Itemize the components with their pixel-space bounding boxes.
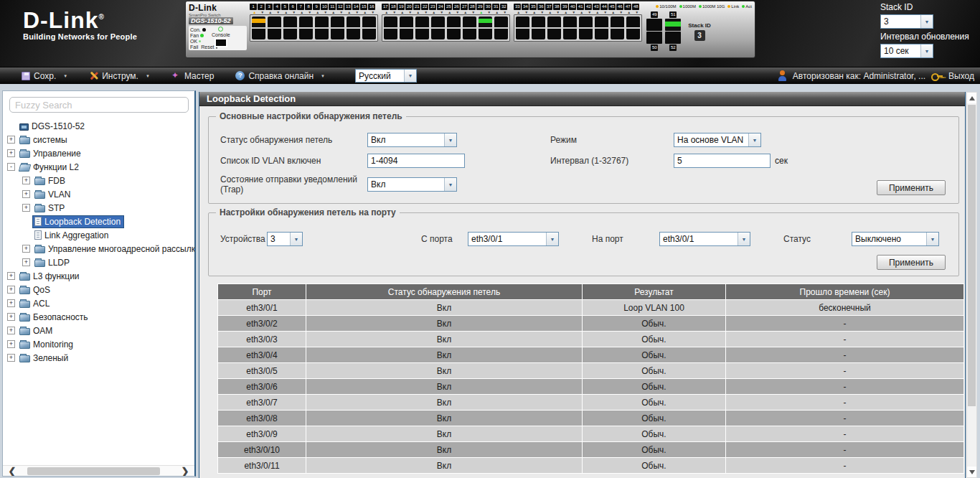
tree-item[interactable]: +FDB (3, 174, 194, 187)
expand-icon[interactable]: + (7, 286, 15, 294)
unit-select[interactable]: 3 (267, 232, 303, 246)
tree-item[interactable]: +STP (3, 201, 194, 215)
port-11[interactable] (331, 17, 344, 27)
tree-item[interactable]: +Monitoring (3, 337, 194, 351)
port-34[interactable] (516, 29, 529, 39)
port-5[interactable] (283, 17, 297, 27)
port-18[interactable] (384, 29, 397, 39)
tree-item[interactable]: +LLDP (3, 256, 194, 269)
port-6[interactable] (283, 29, 297, 39)
refresh-interval-select[interactable]: 10 сек (880, 44, 933, 58)
tree-node[interactable]: Управление (18, 148, 84, 159)
tree-item[interactable]: +системы (3, 133, 194, 146)
general-apply-button[interactable]: Применить (877, 180, 946, 195)
tree-item[interactable]: Link Aggregation (3, 228, 194, 242)
tree-node[interactable]: QoS (18, 284, 53, 296)
port-51[interactable] (665, 19, 681, 31)
port-39[interactable] (563, 17, 577, 27)
port-29[interactable] (479, 17, 492, 27)
tree-item[interactable]: +L3 функции (3, 269, 194, 283)
expand-icon[interactable]: + (7, 149, 15, 157)
tree-node[interactable]: Monitoring (18, 339, 76, 350)
port-3[interactable] (268, 17, 281, 27)
port-8[interactable] (299, 29, 313, 39)
port-20[interactable] (400, 29, 413, 39)
table-row[interactable]: eth3/0/5ВклОбыч.- (218, 363, 964, 379)
table-row[interactable]: eth3/0/9ВклОбыч.- (218, 426, 964, 442)
tree-node[interactable]: Управление многоадресной рассылкой L2 (33, 243, 194, 255)
port-12[interactable] (331, 29, 344, 39)
tree-node[interactable]: OAM (18, 325, 55, 337)
tree-node[interactable]: STP (33, 202, 67, 214)
tree-item[interactable]: DGS-1510-52 (3, 119, 194, 133)
online-help-menu[interactable]: Справка онлайн (235, 71, 325, 81)
tree-node[interactable]: LLDP (33, 257, 72, 268)
table-row[interactable]: eth3/0/2ВклОбыч.- (218, 316, 964, 332)
port-35[interactable] (532, 17, 545, 27)
tree-node[interactable]: DGS-1510-52 (18, 121, 88, 132)
port-43[interactable] (595, 17, 608, 27)
language-select[interactable]: Русский (355, 69, 417, 83)
port-10[interactable] (315, 29, 329, 39)
expand-icon[interactable]: + (7, 327, 15, 334)
port-41[interactable] (579, 17, 593, 27)
expand-icon[interactable]: + (7, 299, 15, 307)
logout-button[interactable]: Выход (948, 71, 974, 81)
port-25[interactable] (447, 17, 461, 27)
port-1[interactable] (252, 17, 265, 27)
wizard-menu[interactable]: Мастер (171, 71, 215, 81)
stack-id-select[interactable]: 3 (880, 14, 933, 29)
tree-item[interactable]: +QoS (3, 283, 194, 296)
port-37[interactable] (547, 17, 561, 27)
port-21[interactable] (415, 17, 429, 27)
table-row[interactable]: eth3/0/1ВклLoop VLAN 100бесконечный (218, 300, 964, 316)
port-36[interactable] (532, 29, 545, 39)
port-13[interactable] (347, 17, 360, 27)
scroll-left-icon[interactable] (3, 467, 22, 476)
expand-icon[interactable]: + (22, 204, 30, 212)
port-47[interactable] (626, 17, 640, 27)
tree-node[interactable]: Link Aggregation (33, 230, 111, 241)
table-row[interactable]: eth3/0/6ВклОбыч.- (218, 379, 964, 395)
port-33[interactable] (516, 17, 529, 27)
tree-node[interactable]: ACL (18, 298, 52, 309)
tree-node[interactable]: Loopback Detection (33, 216, 123, 228)
port-16[interactable] (362, 29, 376, 39)
expand-icon[interactable]: + (7, 313, 15, 321)
port-48[interactable] (626, 29, 640, 39)
from-port-select[interactable]: eth3/0/1 (468, 232, 559, 246)
vertical-scroll-thumb[interactable] (968, 105, 976, 406)
table-row[interactable]: eth3/0/10ВклОбыч.- (218, 442, 964, 458)
tree-node[interactable]: Зеленый (18, 352, 71, 364)
expand-icon[interactable]: + (7, 340, 15, 348)
expand-icon[interactable]: + (22, 190, 30, 198)
port-2[interactable] (252, 29, 265, 39)
port-7[interactable] (299, 17, 313, 27)
expand-icon[interactable]: + (22, 258, 30, 266)
collapse-icon[interactable]: - (7, 163, 15, 171)
tree-item[interactable]: +ACL (3, 296, 194, 310)
tree-item[interactable]: +VLAN (3, 187, 194, 201)
sidebar-horizontal-scrollbar[interactable] (3, 465, 194, 476)
expand-icon[interactable]: + (7, 272, 15, 280)
port-27[interactable] (463, 17, 476, 27)
loop-status-select[interactable]: Вкл (367, 133, 457, 147)
table-row[interactable]: eth3/0/8ВклОбыч.- (218, 411, 964, 426)
expand-icon[interactable]: + (22, 245, 30, 253)
port-52[interactable] (665, 32, 681, 44)
port-49[interactable] (646, 19, 662, 31)
port-28[interactable] (463, 29, 476, 39)
port-23[interactable] (431, 17, 445, 27)
port-status-select[interactable]: Выключено (852, 232, 939, 246)
interval-input[interactable] (674, 154, 771, 168)
expand-icon[interactable]: + (7, 136, 15, 144)
main-vertical-scrollbar[interactable] (966, 92, 977, 478)
table-row[interactable]: eth3/0/4ВклОбыч.- (218, 347, 964, 363)
port-42[interactable] (579, 29, 593, 39)
mode-select[interactable]: На основе VLAN (674, 133, 761, 147)
scroll-right-icon[interactable] (176, 467, 194, 476)
save-menu[interactable]: Сохр. (22, 71, 67, 81)
tree-item[interactable]: +OAM (3, 324, 194, 337)
tree-item[interactable]: +Зеленый (3, 351, 194, 365)
tree-item[interactable]: +Управление многоадресной рассылкой L2 (3, 242, 194, 256)
